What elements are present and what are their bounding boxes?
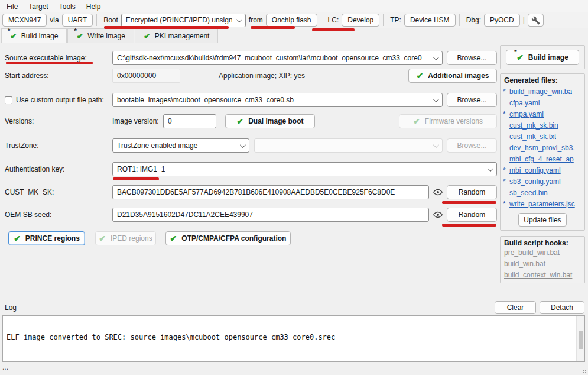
menu-file[interactable]: File [1, 1, 23, 12]
log-scrollbar[interactable] [576, 316, 584, 361]
menu-help[interactable]: Help [81, 1, 106, 12]
menu-tools[interactable]: Tools [54, 1, 81, 12]
dual-image-boot-button[interactable]: ✔ Dual image boot [225, 114, 315, 128]
life-cycle-button[interactable]: Develop [342, 14, 379, 27]
tab-write-image[interactable]: ✔* Write image [67, 28, 134, 43]
changed-star: * [503, 110, 509, 118]
eye-icon[interactable] [433, 211, 443, 218]
file-link[interactable]: sb3_config.yaml [509, 177, 561, 186]
annotation-underline-random-2 [442, 224, 496, 227]
connection-button[interactable]: UART [62, 14, 93, 27]
build-image-box: ✔* Build image [500, 45, 585, 69]
log-title: Log [5, 303, 17, 312]
auth-key-select[interactable]: ROT1: IMG1_1 [112, 162, 497, 176]
file-link[interactable]: mbi_cfg_4_reset_ap [509, 155, 574, 163]
file-link[interactable]: build_image_win.ba [509, 88, 572, 96]
file-link[interactable]: mbi_config.yaml [509, 166, 561, 174]
chevron-down-icon [433, 96, 439, 102]
cust-mk-sk-field[interactable]: BACB097301DD6E5AF577AD6942B781B606E41090… [112, 185, 429, 199]
log-scrollbar-thumb[interactable] [579, 331, 583, 349]
source-browse-button[interactable]: Browse... [447, 51, 497, 65]
file-link-row: cust_mk_sk.txt [503, 131, 583, 142]
debug-probe-button[interactable]: PyOCD [484, 14, 520, 27]
file-link[interactable]: cfpa.yaml [509, 99, 540, 107]
log-detach-button[interactable]: Detach [540, 301, 584, 314]
otp-cmpa-cfpa-button[interactable]: ✔ OTP/CMPA/CFPA configuration [165, 231, 291, 245]
file-link-row: *cmpa.yaml [503, 108, 583, 119]
source-image-select[interactable]: C:\git\sdk-next\mcuxsdk\builds\frdm947_m… [112, 51, 443, 65]
tp-label: TP: [387, 16, 404, 24]
annotation-underline-boot-type [104, 26, 229, 29]
oem-seed-random-button[interactable]: Random [447, 208, 497, 222]
image-version-field[interactable]: 0 [163, 114, 216, 128]
chevron-down-icon [236, 17, 242, 22]
settings-wrench-button[interactable] [528, 14, 544, 27]
file-link-row: sb_seed.bin [503, 187, 583, 198]
hook-link[interactable]: build_win.bat [504, 260, 581, 271]
hook-link[interactable]: pre_build_win.bat [504, 248, 581, 260]
file-link[interactable]: sb_seed.bin [509, 189, 548, 197]
iped-regions-label: IPED regions [111, 234, 152, 243]
file-link-row: dev_hsm_provi_sb3. [503, 142, 583, 153]
generated-files-title: Generated files: [501, 74, 584, 86]
annotation-underline-develop [312, 28, 355, 31]
build-image-button[interactable]: ✔* Build image [506, 50, 579, 65]
versions-label: Versions: [5, 117, 112, 125]
image-info-text: Application image; XIP: yes [219, 72, 305, 80]
hook-link[interactable]: build_context_win.bat [504, 271, 581, 282]
auth-key-row: Authentication key: ROT1: IMG1_1 [5, 162, 497, 176]
check-icon: ✔* [76, 32, 83, 40]
eye-icon[interactable] [433, 189, 443, 196]
log-output[interactable]: ELF image converted to SREC: source_imag… [2, 315, 585, 362]
dual-image-boot-label: Dual image boot [248, 117, 303, 125]
file-link[interactable]: dev_hsm_provi_sb3. [509, 144, 575, 152]
boot-memory-button[interactable]: Onchip flash [266, 14, 317, 27]
image-version-value: 0 [168, 117, 172, 125]
additional-images-label: Additional images [428, 72, 489, 80]
annotation-underline-auth-key [113, 177, 159, 180]
secure-provisioning-window: File Target Tools Help MCXN947 via UART … [0, 0, 588, 375]
trust-provisioning-button[interactable]: Device HSM [404, 14, 456, 27]
trustzone-select[interactable]: TrustZone enabled image [112, 138, 249, 153]
toolbar-separator [321, 14, 321, 26]
tab-build-image[interactable]: ✔* Build image [1, 28, 67, 43]
resize-grip[interactable] [582, 369, 587, 374]
menu-target[interactable]: Target [23, 1, 53, 12]
file-link[interactable]: cmpa.yaml [509, 110, 544, 118]
prince-regions-button[interactable]: ✔ PRINCE regions [8, 231, 85, 245]
source-image-value: C:\git\sdk-next\mcuxsdk\builds\frdm947_m… [117, 54, 428, 62]
log-lines: ELF image converted to SREC: source_imag… [7, 315, 573, 362]
custom-output-checkbox[interactable] [5, 96, 12, 104]
update-files-button[interactable]: Update files [518, 213, 566, 227]
changed-star: * [503, 200, 509, 208]
toolbar-separator [96, 14, 97, 26]
build-script-hooks-box: Build script hooks: pre_build_win.bat bu… [500, 236, 585, 283]
via-label: via [47, 16, 61, 24]
wrench-icon [531, 16, 540, 25]
file-link[interactable]: cust_mk_sk.txt [509, 132, 556, 141]
tab-label: Build image [21, 32, 59, 40]
trustzone-value: TrustZone enabled image [117, 141, 235, 150]
custom-output-select[interactable]: bootable_images\mcuboot_opensource_cm33_… [112, 93, 443, 107]
additional-images-button[interactable]: ✔ Additional images [408, 69, 497, 83]
cust-mk-sk-row: CUST_MK_SK: BACB097301DD6E5AF577AD6942B7… [5, 185, 497, 199]
device-button[interactable]: MCXN947 [2, 14, 47, 27]
region-buttons-row: ✔ PRINCE regions ✔ IPED regions ✔ OTP/CM… [5, 231, 497, 245]
log-clear-button[interactable]: Clear [495, 301, 536, 314]
auth-key-value: ROT1: IMG1_1 [117, 165, 483, 173]
check-icon: ✔ [14, 234, 21, 243]
trustzone-browse-button-disabled: Browse... [447, 138, 497, 153]
boot-type-value: Encrypted (PRINCE/IPED) unsigned [126, 16, 232, 24]
check-icon: ✔ [144, 32, 151, 40]
cust-mk-sk-random-button[interactable]: Random [447, 185, 497, 199]
check-icon: ✔ [236, 117, 243, 125]
status-bar: ... [0, 363, 588, 375]
boot-type-select[interactable]: Encrypted (PRINCE/IPED) unsigned [121, 14, 246, 27]
output-browse-button[interactable]: Browse... [447, 93, 497, 107]
oem-seed-field[interactable]: D21D35A9151602D47DC11A2CEE439907 [112, 208, 429, 222]
changed-star: * [503, 177, 509, 186]
file-link[interactable]: cust_mk_sk.bin [509, 121, 558, 130]
file-link[interactable]: write_parameters.jsc [509, 200, 575, 208]
file-link-row: *write_parameters.jsc [503, 198, 583, 209]
tab-pki-management[interactable]: ✔ PKI management [135, 28, 218, 43]
